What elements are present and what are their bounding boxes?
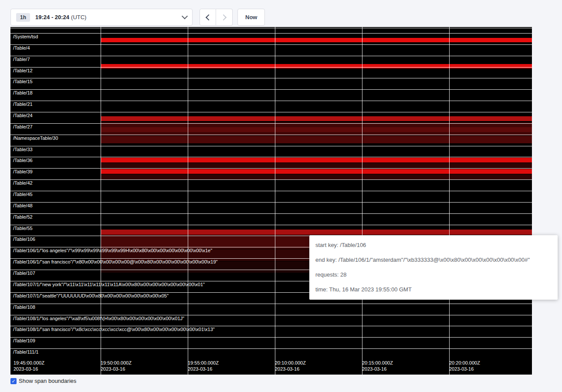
span-boundary-line [10,337,532,338]
row-label: /Table/7 [13,57,30,62]
row-label: /Table/36 [13,158,33,163]
heatmap-canvas[interactable]: /System/tsd/Table/4/Table/7/Table/12/Tab… [10,27,532,375]
row-label: /Table/27 [13,125,33,129]
span-boundary-line [10,326,532,326]
tick-time: 19:50:00.000Z [101,360,132,366]
span-boundary-line [10,89,532,90]
row-label: /Table/107/1/"new york"/"\x11\x11\x11\x1… [13,282,205,287]
heat-band [101,38,532,42]
x-axis-tick: 19:50:00.000Z2023-03-16 [101,360,132,372]
row-label: /Table/18 [13,91,33,95]
x-axis-tick: 19:45:00.000Z2023-03-16 [14,360,44,372]
tooltip-end-key: end key: /Table/106/1/"amsterdam"/"\xb33… [315,257,552,263]
tick-time: 20:15:00.000Z [362,360,393,366]
row-label: /Table/48 [13,203,33,208]
span-boundary-line [10,202,532,203]
time-gridline [362,27,362,375]
chevron-left-icon [206,14,212,20]
heat-band [101,174,532,179]
heat-band [101,116,532,121]
row-label: /Table/106/1/"san francisco"/"\x80\x00\x… [13,260,218,264]
key-visualizer-page: 1h 19:24 - 20:24(UTC) Now /System/tsd/Ta… [0,0,562,392]
show-span-boundaries-label[interactable]: Show span boundaries [19,378,76,384]
time-nav-group [200,9,233,26]
span-boundary-line [10,168,532,169]
time-gridline [188,27,188,375]
heat-band [101,136,532,143]
row-label: /Table/108/1/"san francisco"/"\x8c\xcc\x… [13,327,215,332]
span-boundary-line [10,179,532,180]
row-label: /Table/106/1/"los angeles"/"\x99\x99\x99… [13,248,212,253]
row-label: /Table/109 [13,338,35,343]
row-label: /Table/21 [13,102,33,107]
row-label: /Table/39 [13,169,33,174]
tick-date: 2023-03-16 [188,366,219,372]
span-boundary-line [10,191,532,191]
chevron-right-icon [220,14,226,20]
tooltip-start-key: start key: /Table/106 [315,242,552,248]
row-label: /Table/108 [13,305,35,310]
show-span-boundaries-checkbox[interactable]: ✓ [10,378,17,384]
span-boundary-line [10,33,532,34]
span-boundary-line [10,123,532,124]
tick-time: 19:55:00.000Z [188,360,219,366]
span-boundary-line [10,56,532,56]
span-boundary-line [10,44,532,45]
row-label: /NamespaceTable/30 [13,136,58,141]
next-interval-button[interactable] [216,9,233,26]
footer: ✓ Show span boundaries [10,378,76,384]
span-boundary-line [10,213,532,214]
time-zone-label: (UTC) [71,14,86,20]
tooltip-time: time: Thu, 16 Mar 2023 19:55:00 GMT [315,287,552,293]
heat-band [101,163,532,168]
span-boundary-line [10,112,532,112]
time-range-value: 19:24 - 20:24 [35,14,69,20]
tooltip-requests: requests: 28 [315,272,552,278]
row-label: /Table/45 [13,192,33,197]
tick-date: 2023-03-16 [362,366,393,372]
span-boundary-line [10,67,532,68]
time-range-dropdown[interactable]: 1h 19:24 - 20:24(UTC) [10,9,193,26]
row-label: /System/tsd [13,34,38,39]
tick-time: 19:45:00.000Z [14,360,44,366]
time-gridline [275,27,275,375]
tick-time: 20:10:00.000Z [275,360,306,366]
row-label: /Table/52 [13,215,33,220]
tick-date: 2023-03-16 [101,366,132,372]
row-label: /Table/108/1/"los angeles"/"\xa8\xf5\u00… [13,316,184,321]
span-boundary-line [10,78,532,78]
span-boundary-line [10,146,532,146]
tick-date: 2023-03-16 [14,366,44,372]
span-boundary-line [10,315,532,315]
row-label: /Table/15 [13,79,33,84]
heat-band [101,230,532,235]
span-boundary-line [10,225,532,225]
span-boundary-line [10,157,532,157]
row-label: /Table/42 [13,181,33,186]
row-label: /Table/33 [13,147,33,152]
bucket-tooltip: start key: /Table/106 end key: /Table/10… [309,235,558,300]
span-boundary-line [10,135,532,135]
row-label: /Table/111/1 [13,350,38,355]
tick-date: 2023-03-16 [275,366,306,372]
row-label: /Table/107/1/"seattle"/"UUUUUUD\x00\x80\… [13,294,169,298]
row-label: /Table/55 [13,226,33,231]
toolbar: 1h 19:24 - 20:24(UTC) Now [10,9,265,26]
duration-badge: 1h [16,13,30,22]
previous-interval-button[interactable] [200,9,216,26]
x-axis-tick: 20:20:00.000Z2023-03-16 [449,360,480,372]
row-label: /Table/12 [13,68,33,73]
x-axis-tick: 19:55:00.000Z2023-03-16 [188,360,219,372]
time-gridline [449,27,450,375]
x-axis-tick: 20:15:00.000Z2023-03-16 [362,360,393,372]
time-gridline [101,27,101,375]
heat-band [101,64,532,68]
heat-band [101,127,532,132]
heat-band [101,169,532,174]
now-button[interactable]: Now [237,9,265,26]
span-boundary-line [10,28,532,28]
span-boundary-line [10,101,532,101]
x-axis-tick: 20:10:00.000Z2023-03-16 [275,360,306,372]
row-label: /Table/24 [13,113,33,118]
time-range-label: 19:24 - 20:24(UTC) [35,14,86,20]
